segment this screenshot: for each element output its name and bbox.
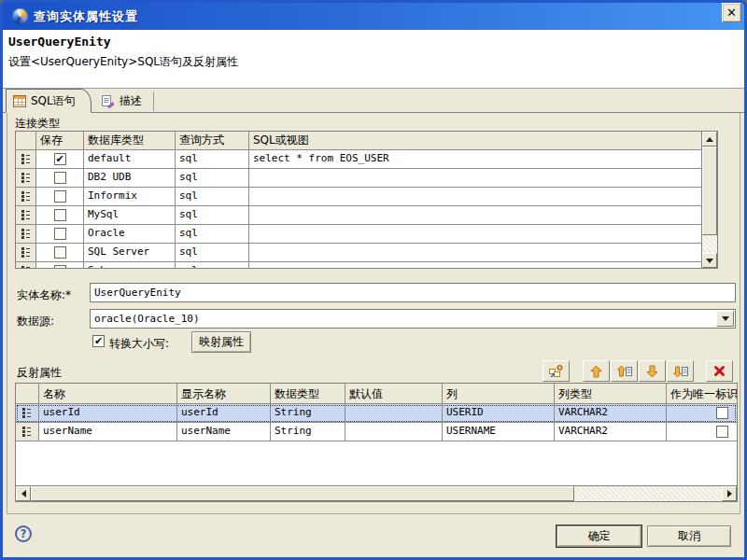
- column-type-cell[interactable]: VARCHAR2: [555, 404, 667, 423]
- delete-property-button[interactable]: [706, 360, 733, 382]
- save-checkbox[interactable]: [54, 209, 66, 221]
- display-name-cell[interactable]: userId: [177, 404, 271, 423]
- entity-subtitle: 设置<UserQueryEnity>SQL语句及反射属性: [8, 54, 238, 70]
- scroll-left-button[interactable]: [16, 486, 31, 501]
- tab-sql[interactable]: SQL语句: [6, 89, 92, 113]
- connection-header-row: 保存数据库类型查询方式SQL或视图: [16, 132, 701, 150]
- default-value-cell[interactable]: [345, 423, 443, 441]
- query-mode-cell[interactable]: sql: [176, 262, 249, 269]
- connection-row[interactable]: Informixsql: [16, 188, 701, 206]
- row-header[interactable]: [16, 225, 36, 244]
- sql-cell[interactable]: select * from EOS_USER: [249, 150, 701, 169]
- query-mode-cell[interactable]: sql: [176, 169, 249, 188]
- help-button[interactable]: ?: [15, 525, 32, 542]
- column-cell[interactable]: USERNAME: [443, 423, 555, 441]
- row-header[interactable]: [16, 206, 36, 225]
- default-value-cell[interactable]: [345, 404, 443, 423]
- sql-cell[interactable]: [249, 169, 701, 188]
- db-type-cell[interactable]: Sybase: [84, 262, 176, 269]
- map-properties-button[interactable]: 映射属性: [191, 331, 251, 353]
- title-bar[interactable]: 查询实体属性设置: [3, 3, 744, 30]
- triangle-right-icon: [727, 490, 732, 497]
- query-mode-cell[interactable]: sql: [176, 150, 249, 169]
- row-header[interactable]: [16, 404, 39, 423]
- reflection-row[interactable]: userIduserIdStringUSERIDVARCHAR2: [16, 404, 737, 423]
- connection-row[interactable]: ✔defaultsqlselect * from EOS_USER: [16, 150, 701, 169]
- save-checkbox[interactable]: [54, 190, 66, 203]
- connection-row[interactable]: Sybasesql: [16, 262, 701, 269]
- move-down-button[interactable]: [639, 360, 666, 382]
- scroll-right-button[interactable]: [722, 486, 737, 501]
- move-top-button[interactable]: [611, 360, 638, 382]
- connection-row[interactable]: Oraclesql: [16, 225, 701, 244]
- unique-checkbox[interactable]: [716, 426, 728, 438]
- datasource-combo[interactable]: oracle(Oracle_10): [90, 309, 736, 329]
- sql-cell[interactable]: [249, 262, 701, 269]
- db-type-cell[interactable]: SQL Server: [84, 244, 176, 262]
- save-checkbox[interactable]: [54, 172, 66, 184]
- save-checkbox[interactable]: [54, 246, 66, 259]
- connection-table: 保存数据库类型查询方式SQL或视图✔defaultsqlselect * fro…: [15, 131, 718, 269]
- convert-case-checkbox[interactable]: ✔: [92, 335, 105, 347]
- row-handle-icon: [21, 172, 32, 184]
- row-header[interactable]: [16, 169, 36, 188]
- unique-checkbox[interactable]: [716, 407, 728, 419]
- horizontal-scrollbar[interactable]: [16, 485, 737, 501]
- scrollbar-thumb[interactable]: [31, 486, 574, 501]
- column-cell[interactable]: USERID: [443, 404, 555, 423]
- db-type-cell[interactable]: Informix: [84, 188, 176, 206]
- row-header[interactable]: [16, 262, 36, 269]
- row-header[interactable]: [16, 188, 36, 206]
- query-mode-cell[interactable]: sql: [176, 206, 249, 225]
- sql-cell[interactable]: [249, 206, 701, 225]
- row-handle-icon: [21, 190, 32, 203]
- data-type-cell[interactable]: String: [271, 404, 345, 423]
- close-button[interactable]: ✕: [722, 3, 741, 22]
- column-type-cell[interactable]: VARCHAR2: [555, 423, 667, 441]
- column-header: 显示名称: [177, 384, 271, 404]
- query-mode-cell[interactable]: sql: [176, 188, 249, 206]
- row-header[interactable]: [16, 150, 36, 169]
- save-checkbox[interactable]: [54, 228, 66, 240]
- cancel-button[interactable]: 取消: [647, 525, 731, 547]
- row-header[interactable]: [16, 423, 39, 441]
- scrollbar-thumb[interactable]: [702, 147, 717, 235]
- name-cell[interactable]: userName: [39, 423, 177, 441]
- db-type-cell[interactable]: default: [84, 150, 176, 169]
- combo-dropdown-button[interactable]: [716, 311, 734, 327]
- reflection-row[interactable]: userNameuserNameStringUSERNAMEVARCHAR2: [16, 423, 737, 441]
- display-name-cell[interactable]: userName: [177, 423, 271, 441]
- generate-properties-button[interactable]: [543, 360, 570, 382]
- move-top-icon: [617, 365, 632, 378]
- db-type-cell[interactable]: MySql: [84, 206, 176, 225]
- sql-cell[interactable]: [249, 244, 701, 262]
- scroll-up-button[interactable]: [702, 132, 717, 147]
- sql-cell[interactable]: [249, 188, 701, 206]
- column-header: 作为唯一标识: [667, 384, 737, 404]
- move-up-button[interactable]: [583, 360, 610, 382]
- connection-row[interactable]: SQL Serversql: [16, 244, 701, 262]
- scroll-down-button[interactable]: [702, 253, 717, 268]
- column-header: 列: [443, 384, 555, 404]
- connection-table-cells: 保存数据库类型查询方式SQL或视图✔defaultsqlselect * fro…: [16, 132, 701, 268]
- sql-cell[interactable]: [249, 225, 701, 244]
- connection-row[interactable]: DB2 UDBsql: [16, 169, 701, 188]
- db-type-cell[interactable]: DB2 UDB: [84, 169, 176, 188]
- data-type-cell[interactable]: String: [271, 423, 345, 441]
- query-mode-cell[interactable]: sql: [176, 244, 249, 262]
- row-header[interactable]: [16, 244, 36, 262]
- query-mode-cell[interactable]: sql: [176, 225, 249, 244]
- vertical-scrollbar[interactable]: [701, 132, 717, 268]
- tab-describe[interactable]: 描述: [92, 91, 154, 111]
- entity-name-input[interactable]: UserQueryEnity: [90, 283, 736, 302]
- save-cell: [36, 262, 84, 269]
- db-type-cell[interactable]: Oracle: [84, 225, 176, 244]
- connection-row[interactable]: MySqlsql: [16, 206, 701, 225]
- ok-button[interactable]: 确定: [557, 525, 641, 547]
- save-checkbox[interactable]: ✔: [54, 153, 66, 165]
- name-cell[interactable]: userId: [39, 404, 177, 423]
- save-checkbox[interactable]: [54, 265, 66, 269]
- triangle-down-icon: [706, 259, 713, 263]
- move-bottom-button[interactable]: [667, 360, 694, 382]
- scrollbar-track[interactable]: [702, 235, 717, 253]
